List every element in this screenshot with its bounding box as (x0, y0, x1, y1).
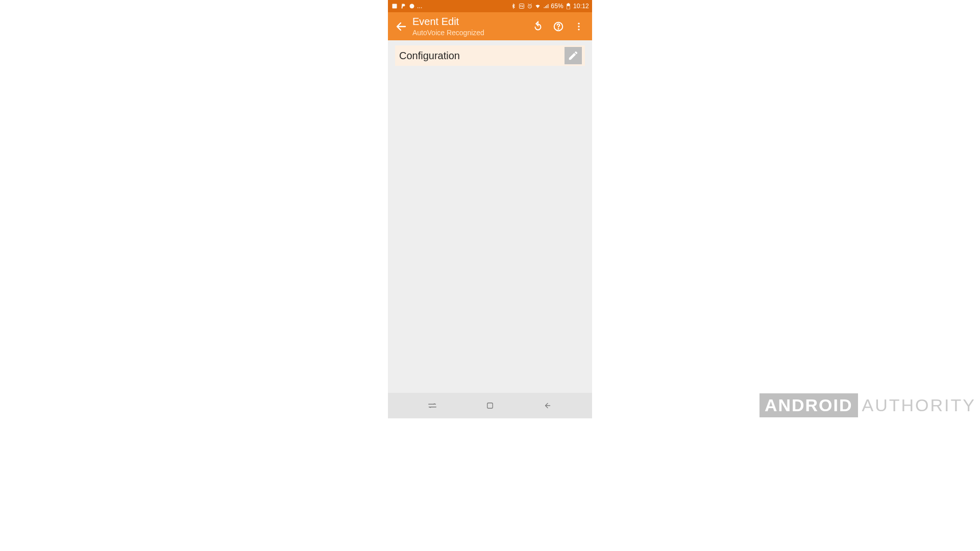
undo-button[interactable] (528, 16, 548, 37)
watermark-boxed-text: ANDROID (760, 393, 858, 417)
app-bar: Event Edit AutoVoice Recognized (388, 12, 592, 40)
page-subtitle: AutoVoice Recognized (412, 29, 484, 37)
recent-apps-button[interactable] (414, 395, 450, 416)
configuration-label: Configuration (399, 50, 460, 62)
svg-point-10 (578, 22, 579, 24)
svg-rect-7 (567, 4, 570, 6)
arrow-left-icon (395, 20, 407, 33)
content-area: Configuration (388, 40, 592, 393)
watermark: ANDROID AUTHORITY (760, 393, 976, 417)
undo-icon (532, 21, 544, 32)
edit-configuration-button[interactable] (565, 47, 582, 64)
pencil-icon (568, 50, 579, 61)
android-nav-bar (388, 393, 592, 418)
svg-rect-13 (487, 403, 493, 409)
app-bar-titles: Event Edit AutoVoice Recognized (412, 16, 484, 37)
paypal-icon (400, 3, 406, 10)
svg-point-11 (578, 26, 579, 27)
battery-icon (565, 3, 572, 10)
svg-point-1 (409, 4, 414, 9)
phone-frame: ... 65% 10:12 (388, 0, 592, 418)
back-button[interactable] (392, 17, 410, 36)
configuration-row[interactable]: Configuration (395, 45, 585, 66)
svg-rect-6 (567, 6, 570, 9)
app-notification-icon-1 (391, 3, 398, 10)
more-vert-icon (574, 21, 584, 32)
watermark-rest-text: AUTHORITY (862, 395, 976, 415)
page-title: Event Edit (412, 16, 484, 28)
help-button[interactable] (548, 16, 569, 37)
recents-icon (427, 401, 438, 410)
help-icon (553, 21, 564, 32)
status-bar-right: 65% 10:12 (510, 3, 589, 10)
messenger-icon (408, 3, 415, 10)
nfc-icon (518, 3, 525, 10)
svg-rect-0 (392, 4, 397, 9)
wifi-icon (534, 3, 541, 10)
status-bar-left: ... (391, 3, 423, 10)
status-ellipsis: ... (417, 3, 423, 10)
nav-back-icon (543, 401, 553, 410)
clock-text: 10:12 (573, 3, 589, 10)
home-icon (485, 401, 495, 410)
home-button[interactable] (472, 395, 508, 416)
signal-icon (543, 3, 549, 10)
bluetooth-icon (510, 3, 517, 10)
svg-point-12 (578, 29, 579, 30)
overflow-menu-button[interactable] (569, 16, 589, 37)
status-bar: ... 65% 10:12 (388, 0, 592, 12)
svg-point-9 (558, 29, 558, 29)
alarm-icon (526, 3, 533, 10)
svg-rect-5 (568, 3, 569, 4)
nav-back-button[interactable] (530, 395, 566, 416)
battery-percent: 65% (551, 3, 564, 10)
